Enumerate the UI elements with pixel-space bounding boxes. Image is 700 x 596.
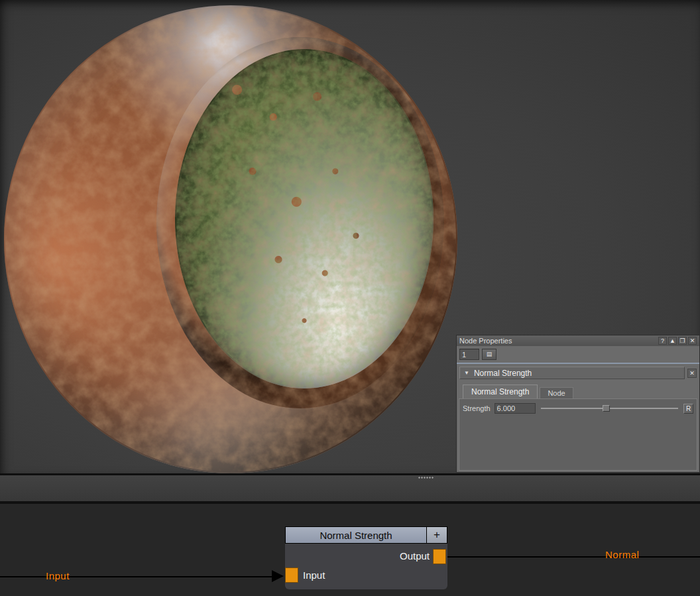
strength-slider[interactable] — [540, 404, 679, 413]
normal-strength-node-header[interactable]: Normal Strength — [285, 526, 427, 544]
pane-resize-handle[interactable] — [418, 477, 434, 479]
wire-arrowhead — [272, 570, 284, 582]
titlebar-icons: ? ▲ ❐ ✕ — [658, 337, 697, 345]
close-icon[interactable]: ✕ — [688, 337, 697, 345]
node-graph-toolbar-strip — [0, 475, 700, 501]
input-wire-label: Input — [46, 570, 70, 581]
strength-label: Strength — [463, 404, 491, 412]
properties-tabs: Normal Strength Node — [457, 379, 699, 398]
node-add-button[interactable]: + — [426, 526, 447, 544]
input-connector[interactable] — [285, 567, 298, 583]
output-connector[interactable] — [433, 549, 446, 564]
tab-node[interactable]: Node — [540, 387, 573, 398]
input-wire[interactable] — [0, 576, 273, 577]
pin-icon[interactable]: ▲ — [668, 337, 677, 345]
node-section-title: Normal Strength — [474, 369, 532, 378]
output-wire-label: Normal — [605, 549, 639, 560]
node-section-row: ▼ Normal Strength ✕ — [457, 364, 699, 379]
float-window-icon[interactable]: ❐ — [678, 337, 687, 345]
output-wire[interactable] — [447, 556, 700, 558]
application-window: Node Properties ? ▲ ❐ ✕ ▤ ▼ Normal Stren… — [0, 0, 700, 596]
strength-value-input[interactable] — [495, 403, 536, 414]
help-icon[interactable]: ? — [658, 337, 667, 345]
reset-button[interactable]: R — [683, 404, 693, 414]
panel-options-row: ▤ — [457, 346, 699, 362]
tab-normal-strength[interactable]: Normal Strength — [463, 385, 538, 398]
input-port-label: Input — [303, 569, 325, 581]
panel-titlebar[interactable]: Node Properties ? ▲ ❐ ✕ — [457, 335, 699, 346]
material-preview-sphere — [4, 5, 457, 473]
node-properties-panel: Node Properties ? ▲ ❐ ✕ ▤ ▼ Normal Stren… — [456, 335, 700, 473]
output-port-label: Output — [285, 550, 430, 562]
chevron-down-icon[interactable]: ▼ — [464, 370, 469, 376]
rust-texture-noise — [4, 5, 457, 473]
clear-panels-button[interactable]: ▤ — [482, 349, 496, 360]
tab-content: Strength R — [459, 398, 697, 471]
slider-handle[interactable] — [603, 405, 610, 412]
strength-parameter-row: Strength R — [463, 403, 693, 414]
max-panels-input[interactable] — [459, 349, 479, 360]
section-close-icon[interactable]: ✕ — [687, 369, 697, 378]
panel-title: Node Properties — [459, 337, 658, 345]
node-section-header[interactable]: ▼ Normal Strength — [459, 367, 685, 379]
